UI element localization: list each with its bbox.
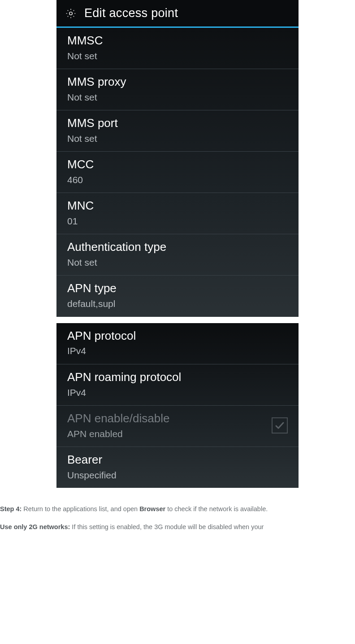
screenshot-apn-settings-2: APN protocol IPv4 APN roaming protocol I… bbox=[56, 323, 299, 488]
apn-item-apn-type[interactable]: APN type default,supl bbox=[56, 276, 299, 316]
apn-item-value: 01 bbox=[67, 215, 288, 227]
apn-item-bearer[interactable]: Bearer Unspecified bbox=[56, 447, 299, 488]
apn-item-mcc[interactable]: MCC 460 bbox=[56, 152, 299, 193]
use-2g-text-1: If this setting is enabled, the 3G modul… bbox=[70, 523, 264, 530]
apn-item-label: APN enable/disable bbox=[67, 412, 263, 425]
apn-item-label: MCC bbox=[67, 158, 288, 171]
apn-item-apn-roaming-protocol[interactable]: APN roaming protocol IPv4 bbox=[56, 364, 299, 406]
apn-item-mnc[interactable]: MNC 01 bbox=[56, 193, 299, 234]
apn-item-label: MMS proxy bbox=[67, 75, 288, 89]
apn-item-value: IPv4 bbox=[67, 345, 288, 356]
checkbox-checked-icon bbox=[272, 417, 288, 434]
apn-item-label: Bearer bbox=[67, 453, 288, 467]
apn-item-value: default,supl bbox=[67, 298, 288, 309]
step-4-text: Step 4: Return to the applications list,… bbox=[0, 504, 355, 514]
settings-gear-icon bbox=[65, 7, 77, 20]
apn-item-label: MMSC bbox=[67, 34, 288, 48]
apn-item-mms-port[interactable]: MMS port Not set bbox=[56, 110, 299, 152]
apn-item-value: IPv4 bbox=[67, 387, 288, 398]
step-4-text-1: Return to the applications list, and ope… bbox=[22, 505, 139, 513]
apn-item-label: Authentication type bbox=[67, 241, 288, 254]
apn-item-label: APN roaming protocol bbox=[67, 371, 288, 384]
apn-item-apn-protocol[interactable]: APN protocol IPv4 bbox=[56, 323, 299, 364]
apn-item-value: Unspecified bbox=[67, 469, 288, 481]
apn-item-mmsc[interactable]: MMSC Not set bbox=[56, 28, 299, 69]
use-2g-label: Use only 2G networks: bbox=[0, 523, 70, 530]
svg-point-0 bbox=[69, 12, 73, 15]
screenshot-apn-settings-1: Edit access point MMSC Not set MMS proxy… bbox=[56, 0, 299, 317]
titlebar: Edit access point bbox=[56, 0, 299, 28]
apn-item-auth-type[interactable]: Authentication type Not set bbox=[56, 234, 299, 276]
apn-item-label: APN type bbox=[67, 282, 288, 295]
apn-item-label: MNC bbox=[67, 199, 288, 213]
use-2g-text: Use only 2G networks: If this setting is… bbox=[0, 522, 355, 532]
apn-item-apn-enable: APN enable/disable APN enabled bbox=[56, 406, 299, 447]
apn-item-value: 460 bbox=[67, 174, 288, 185]
instruction-text: Step 4: Return to the applications list,… bbox=[0, 504, 355, 540]
apn-item-mms-proxy[interactable]: MMS proxy Not set bbox=[56, 69, 299, 110]
browser-bold: Browser bbox=[139, 505, 165, 513]
apn-item-label: APN protocol bbox=[67, 329, 288, 343]
apn-item-value: Not set bbox=[67, 92, 288, 103]
step-4-label: Step 4: bbox=[0, 505, 22, 513]
apn-item-label: MMS port bbox=[67, 117, 288, 130]
titlebar-title: Edit access point bbox=[84, 6, 178, 20]
apn-item-value: APN enabled bbox=[67, 428, 263, 439]
apn-item-value: Not set bbox=[67, 257, 288, 268]
step-4-text-2: to check if the network is available. bbox=[165, 505, 268, 513]
apn-item-value: Not set bbox=[67, 133, 288, 144]
apn-item-value: Not set bbox=[67, 50, 288, 61]
